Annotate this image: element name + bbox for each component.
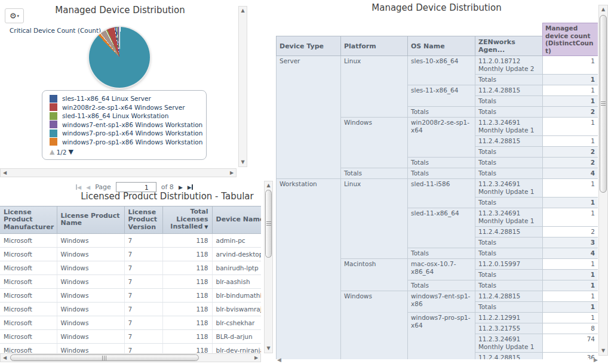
pie-horizontal-scrollbar[interactable]: ◀ ▶: [0, 168, 237, 177]
crosstab-vertical-scrollbar[interactable]: ▲ ▼: [598, 5, 608, 356]
scroll-left-icon[interactable]: ◀: [277, 357, 281, 363]
table-cell: BLR-d-arjun: [212, 329, 261, 343]
column-header-zenworks-agent[interactable]: ZENworks Agen...: [475, 36, 543, 56]
crosstab-cell: Totals: [475, 302, 543, 313]
crosstab-cell: Linux: [341, 179, 408, 259]
legend-page-up-icon[interactable]: ▲: [50, 148, 54, 156]
highlighted-measure-header[interactable]: Managed device count (DistinctCount): [542, 23, 598, 56]
crosstab-cell: sles-11-x86_64: [408, 85, 475, 107]
crosstab-cell: 1: [543, 179, 598, 198]
crosstab-cell: 11.2.0.15997: [475, 259, 543, 270]
table-cell: 7: [124, 343, 162, 353]
first-page-icon[interactable]: ◀: [76, 184, 81, 190]
crosstab-cell: Windows: [341, 118, 408, 168]
table-cell: arvind-desktop: [212, 247, 261, 261]
legend-swatch-icon: [50, 103, 57, 111]
crosstab-cell: Totals: [341, 168, 408, 179]
scroll-up-icon[interactable]: ▲: [239, 8, 247, 13]
column-header-license-product-name[interactable]: License Product Name: [57, 206, 124, 234]
legend-items: sles-11-x86_64 Linux Serverwin2008r2-se-…: [50, 94, 202, 146]
legend-page-indicator: 1/2: [56, 149, 66, 156]
table-cell: 118: [162, 261, 212, 274]
table-cell: Microsoft: [0, 316, 57, 329]
pie-vertical-scrollbar[interactable]: ▲ ▼: [238, 6, 247, 167]
table-cell: Microsoft: [0, 274, 57, 288]
scroll-left-icon[interactable]: ◀: [2, 356, 8, 363]
scrollbar-thumb[interactable]: [265, 190, 272, 258]
scroll-left-icon[interactable]: ◀: [2, 171, 8, 178]
column-header-device-name[interactable]: Device Name: [212, 206, 261, 234]
crosstab-cell: 1: [543, 291, 598, 302]
column-header-os-name[interactable]: OS Name: [408, 36, 475, 56]
column-header-platform[interactable]: Platform: [341, 36, 408, 56]
table-cell: blr-bviswamraju: [212, 302, 261, 316]
table-cell: blr-cshekhar: [212, 316, 261, 329]
table-cell: 7: [124, 288, 162, 302]
scrollbar-thumb[interactable]: [10, 354, 199, 361]
table-cell: Windows: [57, 247, 124, 261]
legend-item[interactable]: windows7-pro-sp1-x86 Windows Workstation: [50, 138, 202, 147]
crosstab-header-row: Device Type Platform OS Name ZENworks Ag…: [277, 36, 598, 56]
table-row: MicrosoftWindows7118arvind-desktop: [0, 247, 261, 261]
scrollbar-thumb[interactable]: [600, 15, 607, 193]
crosstab-cell: 11.2.3.24691 Monthly Update 1: [475, 118, 543, 136]
crosstab-cell: Totals: [475, 248, 543, 259]
crosstab-cell: 1: [543, 208, 598, 227]
legend-swatch-icon: [50, 95, 57, 103]
legend-item[interactable]: windows7-pro-sp1-x64 Windows Workstation: [50, 129, 202, 138]
previous-page-icon[interactable]: ◀: [86, 184, 90, 190]
column-header-total-licenses-installed[interactable]: Total Licenses Installed▼: [162, 206, 212, 234]
licensed-table: License Product Manufacturer License Pro…: [0, 206, 261, 353]
scroll-up-icon[interactable]: ▲: [265, 183, 272, 188]
pie-panel: ⚙ ▾ Managed Device Distribution Critical…: [0, 0, 248, 178]
crosstab-cell: Macintosh: [341, 259, 408, 291]
crosstab-cell: 1: [543, 198, 598, 208]
crosstab-cell: 2: [543, 227, 598, 237]
scroll-right-icon[interactable]: ▶: [253, 356, 259, 363]
scroll-down-icon[interactable]: ▼: [599, 348, 607, 353]
crosstab-cell: Totals: [475, 237, 543, 248]
crosstab-cell: 11.2.4.28815: [475, 227, 543, 237]
legend-swatch-icon: [50, 121, 57, 128]
crosstab-cell: 74: [543, 334, 598, 353]
page-of-label: of 8: [161, 183, 174, 191]
legend-item[interactable]: sles-11-x86_64 Linux Server: [50, 94, 202, 103]
table-cell: 118: [162, 343, 212, 353]
last-page-icon[interactable]: ▶: [188, 184, 193, 190]
crosstab-cell: 1: [543, 259, 598, 270]
crosstab-cell: 1: [543, 118, 598, 136]
scroll-down-icon[interactable]: ▼: [239, 160, 247, 165]
column-header-device-type[interactable]: Device Type: [277, 36, 341, 56]
crosstab-cell: 11.2.3.24691 Monthly Update 1: [475, 334, 543, 353]
crosstab-cell: 2: [543, 107, 598, 118]
table-row: MicrosoftWindows7118blr-aashish: [0, 274, 261, 288]
scroll-right-icon[interactable]: ▶: [594, 357, 598, 363]
crosstab-cell: Totals: [475, 107, 543, 118]
crosstab-cell: Totals: [475, 96, 543, 107]
table-cell: Microsoft: [0, 329, 57, 343]
legend-page-down-icon[interactable]: ▼: [68, 148, 73, 156]
pie-legend: sles-11-x86_64 Linux Serverwin2008r2-se-…: [42, 90, 207, 160]
licensed-horizontal-scrollbar[interactable]: ◀ ▶: [0, 353, 261, 362]
next-page-icon[interactable]: ▶: [179, 184, 183, 190]
column-header-managed-device-count[interactable]: Managed device count (DistinctCount): [543, 36, 598, 56]
crosstab-cell: 11.2.4.28815: [475, 353, 543, 360]
legend-swatch-icon: [50, 112, 57, 120]
table-cell: Windows: [57, 288, 124, 302]
column-header-license-product-version[interactable]: License Product Version: [124, 206, 162, 234]
licensed-panel: ◀ ◀ Page of 8 ▶ ▶ Licensed Product Distr…: [0, 179, 274, 364]
table-cell: 7: [124, 302, 162, 316]
column-header-license-product-manufacturer[interactable]: License Product Manufacturer: [0, 206, 57, 234]
legend-item[interactable]: sled-11-x86_64 Linux Workstation: [50, 112, 202, 121]
scroll-up-icon[interactable]: ▲: [599, 7, 607, 12]
scroll-right-icon[interactable]: ▶: [229, 171, 235, 178]
licensed-vertical-scrollbar[interactable]: ▲ ▼: [264, 181, 273, 353]
legend-item[interactable]: win2008r2-se-sp1-x64 Windows Server: [50, 103, 202, 112]
legend-label: sled-11-x86_64 Linux Workstation: [62, 112, 168, 119]
legend-item[interactable]: windows7-ent-sp1-x86 Windows Workstation: [50, 121, 202, 129]
pie-chart[interactable]: [89, 27, 150, 88]
table-cell: 118: [162, 274, 212, 288]
table-cell: Microsoft: [0, 233, 57, 247]
scroll-down-icon[interactable]: ▼: [265, 346, 272, 351]
table-cell: 7: [124, 329, 162, 343]
